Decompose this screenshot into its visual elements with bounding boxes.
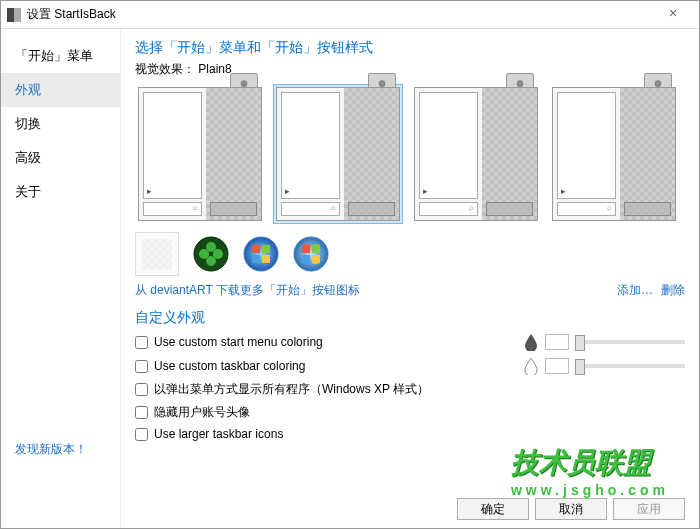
titlebar: 设置 StartIsBack × xyxy=(1,1,699,29)
close-button[interactable]: × xyxy=(653,5,693,25)
orb-win7-blue[interactable] xyxy=(243,236,279,272)
add-link[interactable]: 添加… xyxy=(617,282,653,299)
orb-clover[interactable] xyxy=(193,236,229,272)
color-drop-icon[interactable] xyxy=(523,357,539,375)
svg-rect-10 xyxy=(252,245,260,253)
theme-preview-3[interactable]: ⌕ xyxy=(411,84,541,224)
button-bar: 确定 取消 应用 xyxy=(457,498,685,520)
theme-preview-1[interactable]: ⌕ xyxy=(135,84,265,224)
option-start-menu-coloring: Use custom start menu coloring xyxy=(135,333,685,351)
window-title: 设置 StartIsBack xyxy=(27,6,653,23)
apply-button[interactable]: 应用 xyxy=(613,498,685,520)
option-xp-flyout: 以弹出菜单方式显示所有程序（Windows XP 样式） xyxy=(135,381,685,398)
orb-row xyxy=(135,232,685,276)
option-label: Use custom taskbar coloring xyxy=(154,359,305,373)
option-label: Use larger taskbar icons xyxy=(154,427,283,441)
color-drop-icon[interactable] xyxy=(523,333,539,351)
option-taskbar-coloring: Use custom taskbar coloring xyxy=(135,357,685,375)
svg-point-8 xyxy=(206,256,216,266)
ok-button[interactable]: 确定 xyxy=(457,498,529,520)
cancel-button[interactable]: 取消 xyxy=(535,498,607,520)
content-area: 「开始」菜单 外观 切换 高级 关于 发现新版本！ 选择「开始」菜单和「开始」按… xyxy=(1,29,699,528)
option-hide-avatar: 隐藏用户账号头像 xyxy=(135,404,685,421)
main-panel: 选择「开始」菜单和「开始」按钮样式 视觉效果： Plain8 ⌕ ⌕ ⌕ ⌕ xyxy=(121,29,699,528)
svg-point-14 xyxy=(294,237,328,271)
svg-point-9 xyxy=(244,237,278,271)
checkbox-hide-avatar[interactable] xyxy=(135,406,148,419)
svg-rect-11 xyxy=(262,245,270,253)
opacity-slider[interactable] xyxy=(575,340,685,344)
app-icon xyxy=(7,8,21,22)
theme-preview-4[interactable]: ⌕ xyxy=(549,84,679,224)
download-link[interactable]: 从 deviantART 下载更多「开始」按钮图标 xyxy=(135,282,360,299)
svg-rect-12 xyxy=(252,255,260,263)
svg-point-2 xyxy=(517,80,524,87)
svg-rect-13 xyxy=(262,255,270,263)
sidebar: 「开始」菜单 外观 切换 高级 关于 发现新版本！ xyxy=(1,29,121,528)
custom-title: 自定义外观 xyxy=(135,309,685,327)
checkbox-start-menu-coloring[interactable] xyxy=(135,336,148,349)
opacity-slider[interactable] xyxy=(575,364,685,368)
color-swatch[interactable] xyxy=(545,358,569,374)
svg-point-1 xyxy=(379,80,386,87)
svg-point-3 xyxy=(655,80,662,87)
sidebar-item-switching[interactable]: 切换 xyxy=(1,107,120,141)
delete-link[interactable]: 删除 xyxy=(661,282,685,299)
option-larger-icons: Use larger taskbar icons xyxy=(135,427,685,441)
sidebar-item-about[interactable]: 关于 xyxy=(1,175,120,209)
svg-point-0 xyxy=(241,80,248,87)
checkbox-larger-icons[interactable] xyxy=(135,428,148,441)
links-row: 从 deviantART 下载更多「开始」按钮图标 添加… 删除 xyxy=(135,282,685,299)
effect-value: Plain8 xyxy=(198,62,231,76)
orb-win7-classic[interactable] xyxy=(293,236,329,272)
section-title: 选择「开始」菜单和「开始」按钮样式 xyxy=(135,39,685,57)
color-swatch[interactable] xyxy=(545,334,569,350)
sidebar-item-start-menu[interactable]: 「开始」菜单 xyxy=(1,39,120,73)
theme-preview-2[interactable]: ⌕ xyxy=(273,84,403,224)
option-label: Use custom start menu coloring xyxy=(154,335,323,349)
orb-windows-logo[interactable] xyxy=(135,232,179,276)
sidebar-item-appearance[interactable]: 外观 xyxy=(1,73,120,107)
effect-row: 视觉效果： Plain8 xyxy=(135,61,685,78)
option-label: 隐藏用户账号头像 xyxy=(154,404,250,421)
theme-row: ⌕ ⌕ ⌕ ⌕ xyxy=(135,84,685,224)
sidebar-item-advanced[interactable]: 高级 xyxy=(1,141,120,175)
effect-label: 视觉效果： xyxy=(135,62,195,76)
checkbox-xp-flyout[interactable] xyxy=(135,383,148,396)
new-version-link[interactable]: 发现新版本！ xyxy=(15,441,87,458)
checkbox-taskbar-coloring[interactable] xyxy=(135,360,148,373)
option-label: 以弹出菜单方式显示所有程序（Windows XP 样式） xyxy=(154,381,429,398)
